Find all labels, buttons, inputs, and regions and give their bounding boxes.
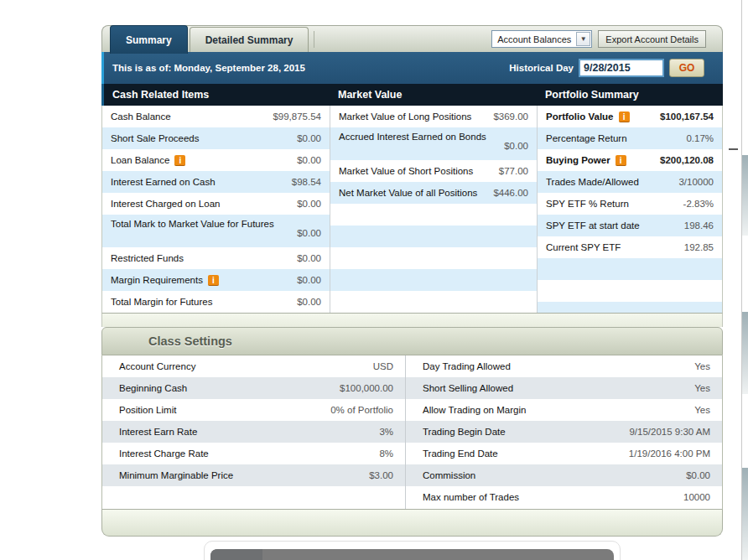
- row-value: $0.00: [297, 199, 321, 209]
- row-label: Beginning Cash: [119, 383, 187, 393]
- class-settings-title: Class Settings: [102, 334, 232, 348]
- account-summary-panel: Summary Detailed Summary Account Balance…: [101, 25, 723, 537]
- row-label: Day Trading Allowed: [423, 361, 511, 371]
- row-label: Market Value of Short Positions: [339, 166, 473, 176]
- row-value: $446.00: [493, 188, 528, 198]
- row-value: 3%: [379, 427, 393, 437]
- scrollbar-segment[interactable]: [742, 468, 748, 560]
- table-row: Interest Earned on Cash$98.54: [102, 171, 330, 193]
- row-label: Trading Begin Date: [423, 427, 506, 437]
- row-value: $0.00: [297, 155, 321, 165]
- table-row: [330, 291, 537, 313]
- table-row: SPY ETF at start date198.46: [538, 215, 722, 236]
- row-value: 1/19/2016 4:00 PM: [629, 449, 710, 459]
- row-label: Restricted Funds: [111, 253, 184, 263]
- row-value: $369.00: [493, 111, 528, 122]
- class-settings-tables: Account CurrencyUSDBeginning Cash$100,00…: [101, 355, 723, 510]
- scrollbar-segment[interactable]: [742, 312, 748, 394]
- table-row: Interest Earn Rate3%: [102, 421, 405, 443]
- tab-detailed-summary[interactable]: Detailed Summary: [190, 27, 309, 52]
- row-value: 192.85: [684, 242, 714, 252]
- table-row: Position Limit0% of Portfolio: [102, 399, 405, 421]
- bottom-widget-titlebar[interactable]: [210, 549, 614, 560]
- row-value: $100,000.00: [340, 383, 393, 393]
- market-value-header: Market Value: [330, 89, 537, 101]
- historical-day-group: Historical Day GO: [509, 59, 704, 77]
- info-bar: This is as of: Monday, September 28, 201…: [101, 52, 723, 84]
- table-row: [330, 247, 537, 269]
- table-row: Interest Charge Rate8%: [102, 443, 405, 464]
- row-value: Yes: [694, 361, 710, 371]
- scrollbar-segment[interactable]: [742, 155, 748, 236]
- row-value: 0% of Portfolio: [330, 405, 393, 415]
- row-value: $200,120.08: [660, 155, 714, 165]
- table-row: Market Value of Short Positions$77.00: [330, 160, 537, 182]
- row-value: $0.00: [297, 253, 321, 263]
- tab-strip: Summary Detailed Summary Account Balance…: [101, 25, 723, 52]
- bottom-widget-tab: [210, 549, 262, 560]
- export-account-details-button[interactable]: Export Account Details: [598, 30, 706, 48]
- tab-summary[interactable]: Summary: [110, 25, 188, 54]
- table-row: Market Value of Long Positions$369.00: [330, 106, 537, 127]
- table-row: Max number of Trades10000: [406, 486, 722, 508]
- table-row: Cash Balance$99,875.54: [102, 106, 330, 127]
- panel-footer: [101, 510, 723, 537]
- row-value: 3/10000: [678, 177, 714, 187]
- table-row: [102, 486, 405, 508]
- table-row: Short Selling AllowedYes: [406, 377, 722, 399]
- row-value: 198.46: [684, 220, 714, 231]
- row-label: Allow Trading on Margin: [423, 405, 526, 415]
- row-label: Market Value of Long Positions: [339, 111, 471, 122]
- row-label: Minimum Marginable Price: [119, 470, 233, 480]
- row-label: Interest Earned on Cash: [111, 177, 216, 187]
- row-value: $0.00: [339, 141, 528, 151]
- dropdown-selected-value: Account Balances: [492, 34, 576, 44]
- info-icon[interactable]: i: [616, 155, 626, 166]
- summary-tables: Cash Balance$99,875.54Short Sale Proceed…: [101, 106, 723, 314]
- row-value: 10000: [683, 492, 710, 502]
- info-icon[interactable]: i: [174, 155, 185, 166]
- table-row: Commission$0.00: [406, 464, 722, 486]
- table-row: Day Trading AllowedYes: [406, 355, 722, 377]
- bottom-widget: [204, 541, 621, 560]
- class-settings-header: Class Settings: [101, 327, 723, 355]
- table-row: Interest Charged on Loan$0.00: [102, 193, 330, 215]
- info-icon[interactable]: i: [619, 111, 630, 122]
- row-value: $100,167.54: [660, 111, 714, 122]
- row-label: Max number of Trades: [423, 492, 519, 502]
- table-row: Trades Made/Allowed3/10000: [538, 171, 722, 193]
- row-label: Margin Requirementsi: [111, 275, 219, 286]
- table-row: Total Mark to Market Value for Futures$0…: [102, 215, 330, 247]
- table-row: Portfolio Valuei$100,167.54: [538, 106, 722, 127]
- row-value: Yes: [694, 383, 710, 393]
- info-icon[interactable]: i: [208, 275, 219, 286]
- row-label: Percentage Return: [546, 133, 627, 143]
- row-value: $98.54: [292, 177, 321, 187]
- class-settings-right-table: Day Trading AllowedYesShort Selling Allo…: [405, 355, 722, 509]
- table-row: Current SPY ETF192.85: [538, 236, 722, 258]
- row-label: Commission: [423, 470, 475, 480]
- row-value: Yes: [694, 405, 710, 415]
- account-balances-dropdown[interactable]: Account Balances ▼: [491, 30, 592, 48]
- table-row: Percentage Return0.17%: [538, 127, 722, 149]
- row-label: Account Currency: [119, 361, 195, 371]
- table-row: Trading End Date1/19/2016 4:00 PM: [406, 443, 722, 464]
- row-label: Trading End Date: [423, 449, 498, 459]
- row-label: Buying Poweri: [546, 155, 626, 166]
- row-label: Cash Balance: [111, 111, 171, 122]
- table-row: Minimum Marginable Price$3.00: [102, 464, 405, 486]
- table-row: [330, 204, 537, 226]
- row-value: USD: [373, 361, 393, 371]
- row-label: SPY ETF at start date: [546, 220, 640, 231]
- table-row: [538, 280, 722, 302]
- row-label: Interest Charged on Loan: [111, 199, 220, 209]
- row-label: Short Selling Allowed: [423, 383, 513, 393]
- row-value: $0.00: [111, 228, 321, 238]
- chevron-down-icon[interactable]: ▼: [576, 32, 590, 46]
- row-value: $0.00: [297, 275, 321, 285]
- go-button[interactable]: GO: [669, 59, 704, 77]
- row-value: $99,875.54: [273, 111, 321, 122]
- row-value: 8%: [379, 449, 393, 459]
- table-row: Total Margin for Futures$0.00: [102, 291, 330, 313]
- historical-day-input[interactable]: [579, 59, 664, 77]
